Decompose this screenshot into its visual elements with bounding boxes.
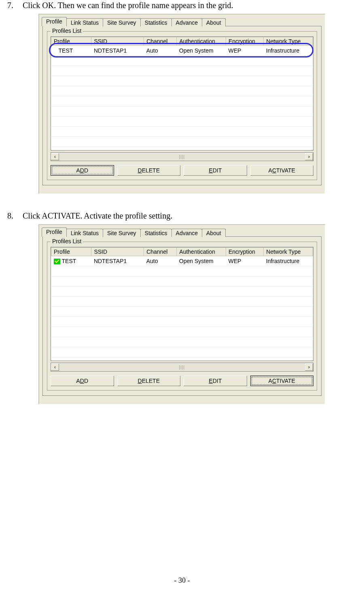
grid-row-empty (51, 337, 313, 347)
scroll-grip-icon: |||| (179, 365, 185, 370)
tab-link-status[interactable]: Link Status (66, 229, 103, 237)
tab-profile[interactable]: Profile (42, 17, 67, 26)
groupbox-label: Profiles List (51, 238, 83, 244)
col-channel[interactable]: Channel (144, 37, 177, 46)
cell-nettype: Infrastructure (264, 46, 313, 56)
groupbox-label: Profiles List (51, 28, 83, 34)
activate-button[interactable]: ACTIVATE (250, 165, 314, 176)
tab-site-survey[interactable]: Site Survey (103, 229, 141, 237)
col-ssid[interactable]: SSID (91, 37, 144, 46)
delete-button[interactable]: DELETE (117, 165, 181, 176)
scroll-grip-icon: |||| (179, 155, 185, 159)
cell-profile: TEST (51, 46, 91, 56)
grid-row-empty (51, 117, 313, 127)
activate-button[interactable]: ACTIVATE (250, 376, 314, 386)
scroll-left-icon[interactable]: ‹ (51, 153, 59, 160)
cell-enc: WEP (226, 256, 263, 266)
tab-about[interactable]: About (202, 229, 226, 237)
grid-row-empty (51, 86, 313, 96)
grid-row-empty (51, 297, 313, 307)
add-button[interactable]: ADD (51, 376, 114, 386)
page-number: - 30 - (0, 576, 364, 585)
grid-row[interactable]: TEST NDTESTAP1 Auto Open System WEP Infr… (51, 256, 313, 266)
profiles-grid[interactable]: Profile SSID Channel Authentication Encr… (51, 36, 313, 151)
tab-panel: Profiles List Profile SSID Channel Authe… (42, 236, 322, 396)
scroll-track[interactable]: |||| (59, 153, 305, 160)
cell-nettype: Infrastructure (264, 256, 313, 266)
scroll-right-icon[interactable]: › (305, 363, 313, 371)
cell-ssid: NDTESTAP1 (91, 46, 144, 56)
col-auth[interactable]: Authentication (177, 37, 226, 46)
figure-1: Profile Link Status Site Survey Statisti… (0, 14, 364, 194)
delete-button[interactable]: DELETE (117, 376, 181, 386)
grid-row-empty (51, 56, 313, 66)
step-number: 7. (7, 0, 23, 11)
grid-header-row: Profile SSID Channel Authentication Encr… (51, 37, 313, 46)
col-profile[interactable]: Profile (51, 248, 91, 256)
step-text: Click ACTIVATE. Activate the profile set… (23, 210, 172, 221)
profiles-list-group: Profiles List Profile SSID Channel (47, 31, 317, 180)
step-number: 8. (7, 210, 23, 221)
grid-header-row: Profile SSID Channel Authentication Encr… (51, 248, 313, 256)
edit-button[interactable]: EDIT (184, 376, 247, 386)
tab-statistics[interactable]: Statistics (140, 229, 172, 237)
scroll-right-icon[interactable]: › (305, 153, 313, 160)
tab-bar: Profile Link Status Site Survey Statisti… (42, 17, 322, 26)
col-enc[interactable]: Encryption (226, 248, 263, 256)
grid-row-empty (51, 66, 313, 76)
grid-row-empty (51, 127, 313, 137)
tab-about[interactable]: About (202, 18, 226, 26)
step-7: 7. Click OK. Then we can find the profil… (7, 0, 364, 11)
step-text: Click OK. Then we can find the profile n… (23, 0, 233, 11)
grid-row-empty (51, 76, 313, 86)
cell-auth: Open System (177, 256, 226, 266)
col-nettype[interactable]: Network Type (264, 37, 313, 46)
profiles-grid[interactable]: Profile SSID Channel Authentication Encr… (51, 247, 313, 361)
col-nettype[interactable]: Network Type (264, 248, 313, 256)
grid-row-empty (51, 317, 313, 327)
scroll-track[interactable]: |||| (59, 364, 305, 370)
tab-advance[interactable]: Advance (171, 18, 202, 26)
grid-row[interactable]: TEST NDTESTAP1 Auto Open System WEP Infr… (51, 46, 313, 56)
edit-button[interactable]: EDIT (184, 165, 247, 176)
grid-row-empty (51, 287, 313, 297)
scroll-left-icon[interactable]: ‹ (51, 363, 59, 371)
profiles-list-group: Profiles List Profile SSID Channel Authe… (47, 242, 317, 391)
dialog-profile-1: Profile Link Status Site Survey Statisti… (38, 14, 326, 194)
grid-row-empty (51, 276, 313, 287)
step-8: 8. Click ACTIVATE. Activate the profile … (7, 210, 364, 221)
cell-profile: TEST (51, 256, 91, 266)
cell-enc: WEP (226, 46, 263, 56)
grid-row-empty (51, 96, 313, 106)
tab-link-status[interactable]: Link Status (66, 18, 103, 26)
grid-row-empty (51, 307, 313, 317)
grid-row-empty (51, 327, 313, 337)
add-button[interactable]: ADD (51, 165, 114, 176)
tab-profile[interactable]: Profile (42, 227, 67, 237)
tab-advance[interactable]: Advance (171, 229, 202, 237)
horizontal-scrollbar[interactable]: ‹ |||| › (51, 363, 313, 372)
button-row: ADD DELETE EDIT ACTIVATE (51, 165, 313, 176)
button-row: ADD DELETE EDIT ACTIVATE (51, 376, 313, 386)
grid-row-empty (51, 137, 313, 147)
horizontal-scrollbar[interactable]: ‹ |||| › (51, 152, 313, 161)
tab-site-survey[interactable]: Site Survey (103, 18, 141, 26)
tab-statistics[interactable]: Statistics (140, 18, 172, 26)
cell-channel: Auto (144, 256, 177, 266)
col-enc[interactable]: Encryption (226, 37, 263, 46)
tab-panel: Profiles List Profile SSID Channel (42, 26, 322, 185)
dialog-profile-2: Profile Link Status Site Survey Statisti… (38, 224, 326, 405)
grid-row-empty (51, 347, 313, 357)
col-auth[interactable]: Authentication (177, 248, 226, 256)
col-ssid[interactable]: SSID (91, 248, 144, 256)
cell-auth: Open System (177, 46, 226, 56)
col-channel[interactable]: Channel (144, 248, 177, 256)
col-profile[interactable]: Profile (51, 37, 91, 46)
active-check-icon (54, 259, 60, 264)
cell-channel: Auto (144, 46, 177, 56)
figure-2: Profile Link Status Site Survey Statisti… (0, 224, 364, 405)
grid-row-empty (51, 266, 313, 276)
tab-bar: Profile Link Status Site Survey Statisti… (42, 227, 322, 237)
grid-row-empty (51, 106, 313, 117)
cell-ssid: NDTESTAP1 (91, 256, 144, 266)
